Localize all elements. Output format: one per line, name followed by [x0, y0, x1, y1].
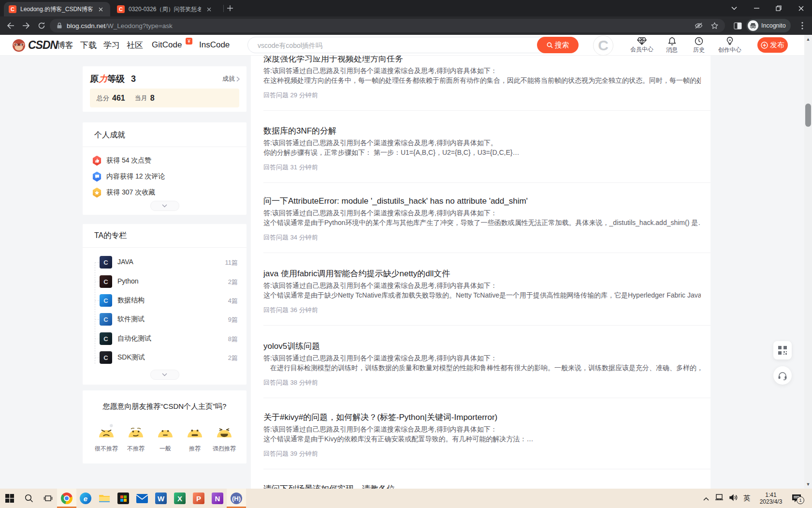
onenote-icon: N: [212, 493, 223, 504]
browser-menu-icon[interactable]: [795, 20, 810, 31]
qa-item-title[interactable]: yolov5训练问题: [263, 341, 701, 352]
start-button[interactable]: [0, 489, 19, 508]
taskbar-chrome-button[interactable]: [57, 489, 76, 508]
achievement-link[interactable]: 成就: [222, 75, 240, 83]
taskbar-excel-button[interactable]: X: [170, 489, 189, 508]
clock-icon: [695, 37, 703, 45]
member-center-button[interactable]: 会员中心: [626, 36, 657, 55]
month-label: 当月: [135, 94, 147, 103]
scroll-up-icon[interactable]: ▲: [804, 36, 812, 43]
taskbar-word-button[interactable]: W: [151, 489, 171, 508]
rate-good-button[interactable]: [184, 423, 205, 440]
window-minimize-button[interactable]: [745, 0, 768, 16]
eye-off-icon[interactable]: [695, 22, 703, 29]
scroll-down-icon[interactable]: ▼: [804, 481, 812, 488]
messages-button[interactable]: 消息: [656, 36, 687, 55]
achievement-text: 获得 54 次点赞: [106, 156, 151, 165]
tray-hidden-icons-button[interactable]: [703, 494, 709, 503]
page-scrollbar[interactable]: ▲ ▼: [804, 35, 812, 489]
back-button[interactable]: [3, 20, 18, 31]
column-name: 软件测试: [117, 315, 145, 324]
history-button[interactable]: 历史: [683, 36, 714, 55]
taskbar-onenote-button[interactable]: N: [208, 489, 227, 508]
window-restore-button[interactable]: [768, 0, 790, 16]
tab-search-chevron-icon[interactable]: [723, 0, 745, 16]
nav-item-gitcode[interactable]: GitCode: [152, 35, 182, 55]
reload-button[interactable]: [34, 20, 49, 31]
tray-clock[interactable]: 1:41 2023/4/3: [756, 492, 786, 505]
column-thumbnail: C: [100, 332, 112, 345]
qa-item-title[interactable]: java 使用fabric调用智能合约提示缺少netty的dll文件: [263, 268, 701, 279]
action-center-button[interactable]: 1: [792, 494, 801, 503]
month-value: 8: [150, 94, 155, 103]
nav-item-learn[interactable]: 学习: [103, 35, 120, 55]
side-panel-icon[interactable]: [730, 20, 745, 31]
nav-item-community[interactable]: 社区: [127, 35, 143, 55]
csdn-logo-text[interactable]: CSDN: [28, 39, 58, 52]
achievements-expand-button[interactable]: [150, 201, 179, 211]
search-button[interactable]: 搜索: [537, 37, 579, 53]
taskbar-powerpoint-button[interactable]: P: [189, 489, 208, 508]
qa-item-title[interactable]: 关于#kivy#的问题，如何解决？(标签-Python|关键词-Importer…: [263, 412, 701, 423]
qa-item-title[interactable]: 数据库的3NF的分解: [263, 125, 701, 136]
task-view-button[interactable]: [38, 489, 58, 508]
nav-item-inscode[interactable]: InsCode: [199, 35, 230, 55]
column-item-automation[interactable]: C 自动化测试 8篇: [83, 332, 246, 346]
column-item-sdktest[interactable]: C SDK测试 2篇: [83, 351, 246, 365]
scrollbar-thumb[interactable]: [805, 104, 811, 127]
achievements-card: 个人成就 获得 54 次点赞 内容获得 12 次评论 获得 307 次收藏: [83, 122, 246, 215]
taskbar-search-button[interactable]: [19, 489, 39, 508]
bookmark-star-icon[interactable]: [711, 22, 718, 30]
score-label: 总分: [97, 94, 109, 103]
column-item-python[interactable]: C Python 2篇: [83, 275, 246, 289]
qa-answer-intro: 答:该回答通过自己思路及引用到各个渠道搜索综合及思考,得到内容具体如下：: [263, 354, 701, 363]
avatar[interactable]: C: [593, 35, 613, 56]
tab-close-icon[interactable]: [205, 5, 213, 13]
column-item-softwaretest[interactable]: C 软件测试 9篇: [83, 313, 246, 327]
taskbar-store-button[interactable]: [114, 489, 133, 508]
qr-code-button[interactable]: [773, 341, 792, 359]
nav-item-download[interactable]: 下载: [80, 35, 97, 55]
taskbar-mail-button[interactable]: [132, 489, 152, 508]
qa-meta: 回答问题 29 分钟前: [263, 91, 318, 100]
rate-excellent-button[interactable]: [214, 423, 235, 440]
qa-answer-body: 这个错误通常是由于Python环境中的某个库与其他库产生了冲突，导致了一些函数或…: [263, 219, 701, 227]
rate-neutral-button[interactable]: [155, 423, 176, 440]
tab-current[interactable]: C Leodong.的博客_CSDN博客-JAV: [4, 2, 110, 16]
window-close-button[interactable]: [790, 0, 812, 16]
address-bar[interactable]: blog.csdn.net/W_Leodong?type=ask: [50, 19, 725, 32]
rate-bad-button[interactable]: [125, 423, 146, 440]
network-icon[interactable]: [715, 494, 724, 503]
taskbar-h-app-button[interactable]: (H): [227, 489, 246, 508]
rank-title-force: 力: [99, 74, 107, 84]
publish-button[interactable]: 发布: [757, 37, 788, 53]
csdn-header: CSDN 博客 下载 学习 社区 GitCode ¥ InsCode 搜索 C …: [0, 35, 812, 56]
tab-background[interactable]: C 0320-0326（周）问答奖惩名单: [112, 2, 221, 16]
url-host: blog.csdn.net: [67, 22, 105, 30]
qa-item-title[interactable]: 问一下AttributeError: module '_distutils_ha…: [263, 195, 701, 207]
ime-indicator[interactable]: 英: [743, 494, 750, 503]
nav-label: 博客: [57, 40, 73, 51]
column-item-datastructure[interactable]: C 数据结构 4篇: [83, 294, 246, 308]
forward-button[interactable]: [18, 20, 34, 31]
rank-title: 原力等级 3: [90, 73, 136, 85]
comment-badge-icon: [92, 172, 102, 182]
customer-service-button[interactable]: [773, 366, 792, 385]
tab-title: 0320-0326（周）问答奖惩名单: [129, 5, 201, 14]
csdn-monkey-logo-icon[interactable]: [12, 38, 26, 55]
taskbar-edge-button[interactable]: e: [76, 489, 95, 508]
file-explorer-icon: [99, 493, 110, 503]
csdn-favicon: C: [117, 5, 125, 13]
column-item-java[interactable]: C JAVA 11篇: [83, 256, 246, 269]
search-input[interactable]: [257, 39, 520, 52]
nav-item-blog[interactable]: 博客: [57, 35, 73, 55]
creator-center-button[interactable]: 创作中心: [714, 36, 745, 55]
tab-close-icon[interactable]: [97, 5, 104, 13]
taskbar-explorer-button[interactable]: [95, 489, 114, 508]
rate-label: 一般: [151, 445, 180, 453]
volume-icon[interactable]: [729, 494, 738, 503]
new-tab-button[interactable]: [221, 0, 239, 16]
rate-very-bad-button[interactable]: [96, 423, 117, 440]
columns-expand-button[interactable]: [150, 370, 179, 380]
notification-badge: 1: [797, 496, 804, 504]
